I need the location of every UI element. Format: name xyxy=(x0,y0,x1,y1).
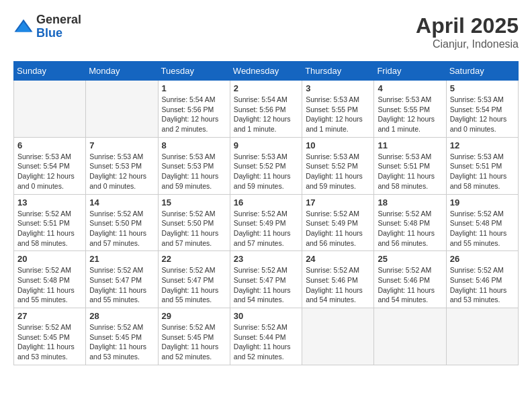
day-info: Sunrise: 5:53 AM Sunset: 5:55 PM Dayligh… xyxy=(306,95,370,134)
day-number: 6 xyxy=(17,140,82,150)
table-row: 24Sunrise: 5:52 AM Sunset: 5:46 PM Dayli… xyxy=(302,251,374,308)
col-saturday: Saturday xyxy=(446,62,518,81)
page-header: General Blue April 2025 Cianjur, Indones… xyxy=(13,13,519,50)
day-info: Sunrise: 5:53 AM Sunset: 5:53 PM Dayligh… xyxy=(162,152,226,191)
calendar-week-row: 20Sunrise: 5:52 AM Sunset: 5:48 PM Dayli… xyxy=(14,251,519,308)
logo-icon xyxy=(13,17,34,37)
logo-text: General Blue xyxy=(36,13,81,40)
col-thursday: Thursday xyxy=(302,62,374,81)
day-number: 12 xyxy=(450,140,515,150)
col-monday: Monday xyxy=(86,62,158,81)
day-info: Sunrise: 5:52 AM Sunset: 5:46 PM Dayligh… xyxy=(378,265,442,305)
table-row: 30Sunrise: 5:52 AM Sunset: 5:44 PM Dayli… xyxy=(230,308,302,365)
table-row: 25Sunrise: 5:52 AM Sunset: 5:46 PM Dayli… xyxy=(374,251,446,308)
table-row: 26Sunrise: 5:52 AM Sunset: 5:46 PM Dayli… xyxy=(446,251,518,308)
calendar-week-row: 6Sunrise: 5:53 AM Sunset: 5:54 PM Daylig… xyxy=(14,137,519,194)
day-number: 7 xyxy=(89,140,154,150)
table-row: 27Sunrise: 5:52 AM Sunset: 5:45 PM Dayli… xyxy=(14,308,86,365)
table-row xyxy=(446,308,518,365)
day-number: 22 xyxy=(162,254,226,264)
day-info: Sunrise: 5:52 AM Sunset: 5:50 PM Dayligh… xyxy=(162,209,226,248)
day-info: Sunrise: 5:53 AM Sunset: 5:51 PM Dayligh… xyxy=(450,152,515,191)
table-row: 23Sunrise: 5:52 AM Sunset: 5:47 PM Dayli… xyxy=(230,251,302,308)
day-info: Sunrise: 5:53 AM Sunset: 5:53 PM Dayligh… xyxy=(89,152,154,191)
logo-general: General xyxy=(36,13,81,27)
table-row: 14Sunrise: 5:52 AM Sunset: 5:50 PM Dayli… xyxy=(86,194,158,251)
day-info: Sunrise: 5:52 AM Sunset: 5:45 PM Dayligh… xyxy=(17,322,82,362)
day-number: 20 xyxy=(17,254,82,264)
table-row: 7Sunrise: 5:53 AM Sunset: 5:53 PM Daylig… xyxy=(86,137,158,194)
day-info: Sunrise: 5:53 AM Sunset: 5:54 PM Dayligh… xyxy=(17,152,82,191)
day-number: 15 xyxy=(162,197,226,208)
table-row: 2Sunrise: 5:54 AM Sunset: 5:56 PM Daylig… xyxy=(230,81,302,138)
day-info: Sunrise: 5:53 AM Sunset: 5:55 PM Dayligh… xyxy=(378,95,442,134)
day-number: 2 xyxy=(234,83,298,93)
col-wednesday: Wednesday xyxy=(230,62,302,81)
table-row: 29Sunrise: 5:52 AM Sunset: 5:45 PM Dayli… xyxy=(158,308,230,365)
table-row xyxy=(14,81,86,138)
day-info: Sunrise: 5:52 AM Sunset: 5:44 PM Dayligh… xyxy=(234,322,298,362)
day-number: 17 xyxy=(306,197,370,208)
table-row: 22Sunrise: 5:52 AM Sunset: 5:47 PM Dayli… xyxy=(158,251,230,308)
day-info: Sunrise: 5:52 AM Sunset: 5:49 PM Dayligh… xyxy=(234,209,298,248)
table-row: 13Sunrise: 5:52 AM Sunset: 5:51 PM Dayli… xyxy=(14,194,86,251)
table-row: 17Sunrise: 5:52 AM Sunset: 5:49 PM Dayli… xyxy=(302,194,374,251)
day-number: 14 xyxy=(89,197,154,208)
month-year: April 2025 xyxy=(416,13,519,38)
day-number: 13 xyxy=(17,197,82,208)
table-row xyxy=(86,81,158,138)
calendar-week-row: 1Sunrise: 5:54 AM Sunset: 5:56 PM Daylig… xyxy=(14,81,519,138)
calendar-week-row: 13Sunrise: 5:52 AM Sunset: 5:51 PM Dayli… xyxy=(14,194,519,251)
day-number: 19 xyxy=(450,197,515,208)
table-row: 18Sunrise: 5:52 AM Sunset: 5:48 PM Dayli… xyxy=(374,194,446,251)
day-number: 8 xyxy=(162,140,226,150)
day-info: Sunrise: 5:53 AM Sunset: 5:51 PM Dayligh… xyxy=(378,152,442,191)
calendar: Sunday Monday Tuesday Wednesday Thursday… xyxy=(13,61,519,365)
table-row: 4Sunrise: 5:53 AM Sunset: 5:55 PM Daylig… xyxy=(374,81,446,138)
table-row: 19Sunrise: 5:52 AM Sunset: 5:48 PM Dayli… xyxy=(446,194,518,251)
day-number: 3 xyxy=(306,83,370,93)
day-info: Sunrise: 5:52 AM Sunset: 5:47 PM Dayligh… xyxy=(162,265,226,305)
table-row xyxy=(374,308,446,365)
table-row: 15Sunrise: 5:52 AM Sunset: 5:50 PM Dayli… xyxy=(158,194,230,251)
logo: General Blue xyxy=(13,13,81,40)
day-info: Sunrise: 5:52 AM Sunset: 5:50 PM Dayligh… xyxy=(89,209,154,248)
day-info: Sunrise: 5:54 AM Sunset: 5:56 PM Dayligh… xyxy=(162,95,226,134)
table-row: 16Sunrise: 5:52 AM Sunset: 5:49 PM Dayli… xyxy=(230,194,302,251)
table-row: 1Sunrise: 5:54 AM Sunset: 5:56 PM Daylig… xyxy=(158,81,230,138)
day-number: 27 xyxy=(17,311,82,321)
table-row: 21Sunrise: 5:52 AM Sunset: 5:47 PM Dayli… xyxy=(86,251,158,308)
day-info: Sunrise: 5:52 AM Sunset: 5:47 PM Dayligh… xyxy=(234,265,298,305)
day-info: Sunrise: 5:54 AM Sunset: 5:56 PM Dayligh… xyxy=(234,95,298,134)
day-info: Sunrise: 5:53 AM Sunset: 5:52 PM Dayligh… xyxy=(234,152,298,191)
day-number: 30 xyxy=(234,311,298,321)
table-row: 5Sunrise: 5:53 AM Sunset: 5:54 PM Daylig… xyxy=(446,81,518,138)
table-row: 12Sunrise: 5:53 AM Sunset: 5:51 PM Dayli… xyxy=(446,137,518,194)
day-info: Sunrise: 5:52 AM Sunset: 5:47 PM Dayligh… xyxy=(89,265,154,305)
col-tuesday: Tuesday xyxy=(158,62,230,81)
table-row xyxy=(302,308,374,365)
table-row: 10Sunrise: 5:53 AM Sunset: 5:52 PM Dayli… xyxy=(302,137,374,194)
table-row: 28Sunrise: 5:52 AM Sunset: 5:45 PM Dayli… xyxy=(86,308,158,365)
day-number: 10 xyxy=(306,140,370,150)
table-row: 8Sunrise: 5:53 AM Sunset: 5:53 PM Daylig… xyxy=(158,137,230,194)
day-number: 11 xyxy=(378,140,442,150)
day-info: Sunrise: 5:52 AM Sunset: 5:45 PM Dayligh… xyxy=(162,322,226,362)
table-row: 20Sunrise: 5:52 AM Sunset: 5:48 PM Dayli… xyxy=(14,251,86,308)
table-row: 9Sunrise: 5:53 AM Sunset: 5:52 PM Daylig… xyxy=(230,137,302,194)
day-number: 5 xyxy=(450,83,515,93)
table-row: 3Sunrise: 5:53 AM Sunset: 5:55 PM Daylig… xyxy=(302,81,374,138)
day-info: Sunrise: 5:52 AM Sunset: 5:48 PM Dayligh… xyxy=(378,209,442,248)
day-number: 4 xyxy=(378,83,442,93)
location: Cianjur, Indonesia xyxy=(416,38,519,50)
day-info: Sunrise: 5:52 AM Sunset: 5:48 PM Dayligh… xyxy=(450,209,515,248)
day-number: 29 xyxy=(162,311,226,321)
day-number: 23 xyxy=(234,254,298,264)
day-number: 1 xyxy=(162,83,226,93)
calendar-header-row: Sunday Monday Tuesday Wednesday Thursday… xyxy=(14,62,519,81)
day-number: 26 xyxy=(450,254,515,264)
col-friday: Friday xyxy=(374,62,446,81)
day-number: 9 xyxy=(234,140,298,150)
day-number: 28 xyxy=(89,311,154,321)
table-row: 6Sunrise: 5:53 AM Sunset: 5:54 PM Daylig… xyxy=(14,137,86,194)
